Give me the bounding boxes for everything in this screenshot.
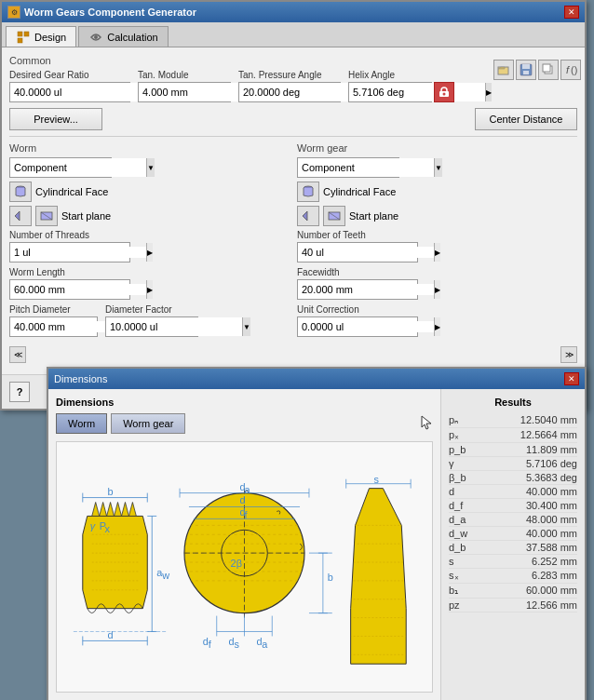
collapse-left-btn[interactable]: ≪ <box>9 346 26 363</box>
num-teeth-input[interactable] <box>298 247 434 258</box>
helix-angle-group: Helix Angle ▶ <box>348 70 454 102</box>
tan-module-group: Tan. Module ▼ <box>138 70 231 102</box>
copy-btn[interactable] <box>538 60 559 80</box>
diameter-factor-label: Diameter Factor <box>105 304 198 315</box>
result-key: sₓ <box>449 570 472 582</box>
worm-component-input[interactable] <box>10 158 146 177</box>
help-button[interactable]: ? <box>9 382 30 402</box>
result-key: β_b <box>449 472 472 483</box>
svg-text:d: d <box>108 629 114 640</box>
common-fields-row: Desired Gear Ratio ▼ Tan. Module ▼ Tan. … <box>9 70 577 102</box>
tan-pressure-angle-group: Tan. Pressure Angle ▼ <box>238 70 341 102</box>
worm-gear-start-plane-icon1[interactable] <box>297 206 319 226</box>
result-row: pz12.566 mm <box>449 599 577 612</box>
result-val: 6.283 mm <box>532 570 577 582</box>
worm-gear-cylindrical-icon-btn[interactable] <box>297 182 319 202</box>
worm-gear-section-label: Worm gear <box>297 142 577 154</box>
svg-marker-26 <box>121 503 128 517</box>
result-val: 5.3683 deg <box>526 472 577 483</box>
unit-correction-arrow[interactable]: ▶ <box>434 317 440 336</box>
dim-left-panel: Dimensions Worm Worm gear <box>48 389 440 700</box>
tab-design[interactable]: Design <box>6 26 76 47</box>
result-row: d_b37.588 mm <box>449 541 577 555</box>
diameter-factor-input[interactable] <box>106 317 242 336</box>
svg-point-13 <box>443 93 446 96</box>
main-title-bar: ⚙ Worm Gears Component Generator ✕ <box>2 2 585 22</box>
tan-pressure-angle-label: Tan. Pressure Angle <box>238 70 341 80</box>
svg-text:b: b <box>108 486 114 497</box>
result-row: d_f30.400 mm <box>449 499 577 513</box>
collapse-right-btn[interactable]: ≫ <box>560 346 577 363</box>
result-key: s <box>449 556 472 567</box>
pitch-diameter-factor-row: Pitch Diameter ▶ Diameter Factor ▼ <box>9 304 290 337</box>
main-close-button[interactable]: ✕ <box>564 6 579 19</box>
diameter-factor-arrow[interactable]: ▼ <box>242 317 250 336</box>
footer-left: ? <box>9 382 30 402</box>
result-row: γ5.7106 deg <box>449 457 577 471</box>
calc-tab-label: Calculation <box>107 32 157 43</box>
unit-correction-input[interactable] <box>298 321 434 332</box>
svg-rect-9 <box>543 64 550 72</box>
result-key: pₓ <box>449 429 472 441</box>
result-val: 11.809 mm <box>526 444 577 455</box>
dim-close-button[interactable]: ✕ <box>564 372 579 385</box>
svg-text:a: a <box>245 484 251 495</box>
svg-rect-7 <box>523 71 529 74</box>
worm-gear-dim-button[interactable]: Worm gear <box>111 413 185 434</box>
worm-wormgear-cols: Worm ▼ Cylindrical Face <box>9 142 577 343</box>
num-teeth-arrow[interactable]: ▶ <box>434 243 440 262</box>
num-threads-arrow[interactable]: ▶ <box>146 243 153 262</box>
tabs-bar: Design Calculation <box>2 22 585 47</box>
common-section-label: Common <box>9 55 577 66</box>
worm-length-label: Worm Length <box>9 267 290 277</box>
worm-gear-start-plane-label: Start plane <box>349 210 398 222</box>
svg-marker-24 <box>107 503 115 517</box>
worm-cylindrical-icon-btn[interactable] <box>9 182 32 202</box>
open-file-btn[interactable] <box>493 60 514 80</box>
num-threads-group: Number of Threads ▶ <box>9 230 290 262</box>
helix-angle-arrow[interactable]: ▶ <box>485 83 492 101</box>
result-val: 48.000 mm <box>526 514 577 525</box>
worm-gear-start-plane-icon2[interactable] <box>323 206 345 226</box>
worm-start-plane-label: Start plane <box>61 210 111 222</box>
desired-gear-ratio-input[interactable] <box>10 83 146 101</box>
worm-cylindrical-row: Cylindrical Face <box>9 182 290 202</box>
worm-component-arrow[interactable]: ▼ <box>146 158 155 177</box>
helix-lock-btn[interactable] <box>434 82 454 102</box>
worm-gear-component-arrow[interactable]: ▼ <box>434 158 442 177</box>
bottom-arrows-row: ≪ ≫ <box>9 343 577 367</box>
worm-length-arrow[interactable]: ▶ <box>146 280 153 299</box>
svg-rect-1 <box>24 32 29 36</box>
num-threads-input[interactable] <box>10 247 146 258</box>
result-val: 60.000 mm <box>526 585 577 597</box>
function-btn[interactable]: f() <box>560 60 581 80</box>
num-teeth-group: Number of Teeth ▶ <box>297 230 577 262</box>
svg-marker-25 <box>115 503 122 517</box>
dim-content: Dimensions Worm Worm gear <box>48 389 585 700</box>
result-key: d_b <box>449 542 472 553</box>
worm-dim-button[interactable]: Worm <box>56 413 107 434</box>
worm-gear-component-input[interactable] <box>298 158 434 177</box>
save-btn[interactable] <box>516 60 536 80</box>
design-tab-icon <box>16 30 31 45</box>
helix-angle-input[interactable] <box>349 83 485 101</box>
svg-marker-23 <box>100 503 107 517</box>
worm-length-input[interactable] <box>10 284 146 295</box>
preview-button[interactable]: Preview... <box>9 108 102 130</box>
result-key: b₁ <box>449 585 472 597</box>
facewidth-arrow[interactable]: ▶ <box>434 280 440 299</box>
worm-start-plane-icon1[interactable] <box>9 206 32 226</box>
svg-text:(): () <box>571 64 577 75</box>
worm-start-plane-icon2[interactable] <box>35 206 58 226</box>
main-content: Common Desired Gear Ratio ▼ Tan. Module … <box>2 47 585 374</box>
dimensions-dialog: Dimensions ✕ Dimensions Worm Worm gear <box>47 367 587 700</box>
facewidth-input[interactable] <box>298 284 434 295</box>
center-distance-button[interactable]: Center Distance <box>475 108 577 130</box>
results-list: pₙ12.5040 mmpₓ12.5664 mmp_b11.809 mmγ5.7… <box>449 413 577 612</box>
svg-text:b: b <box>328 572 333 583</box>
results-panel: Results pₙ12.5040 mmpₓ12.5664 mmp_b11.80… <box>440 389 585 700</box>
main-dialog-title: Worm Gears Component Generator <box>24 7 196 18</box>
result-val: 40.000 mm <box>526 486 577 497</box>
svg-text:f: f <box>566 64 570 75</box>
tab-calculation[interactable]: Calculation <box>78 26 168 47</box>
